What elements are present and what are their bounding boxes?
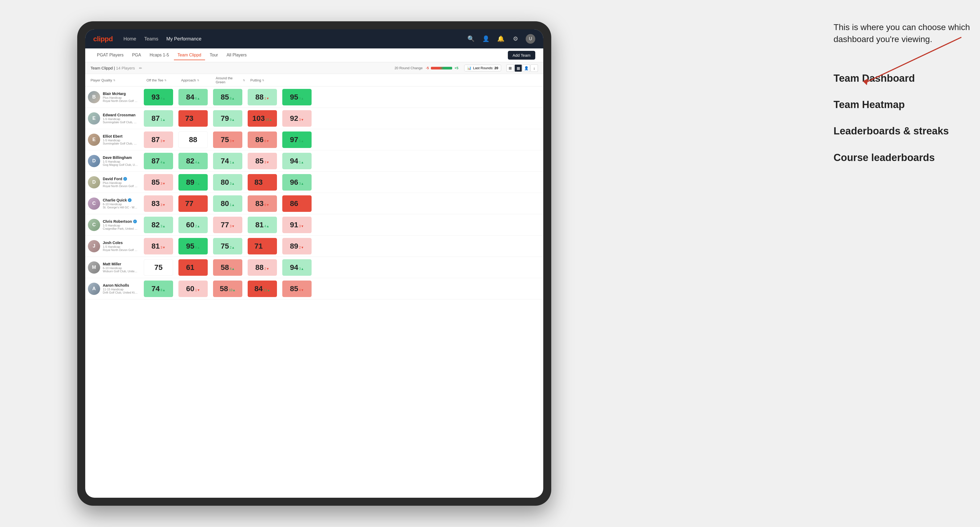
col-around-green[interactable]: Around the Green ⇅ (213, 74, 248, 86)
edit-icon[interactable]: ✏ (139, 66, 142, 70)
score-cell-4-3: 8310▼ (245, 171, 280, 193)
table-row[interactable]: AAaron Nicholls11-15 HandicapDrift Golf … (85, 278, 543, 300)
view-download-btn[interactable]: ↓ (530, 64, 538, 72)
player-handicap: 1-5 Handicap (103, 224, 138, 227)
score-change: 11▼ (194, 118, 201, 122)
score-change: 1▲ (230, 203, 235, 207)
last-rounds-icon: 📊 (467, 66, 471, 70)
avatar: J (88, 240, 100, 252)
subnav-hcaps[interactable]: Hcaps 1-5 (146, 51, 173, 60)
search-icon[interactable]: 🔍 (466, 34, 476, 44)
subnav-all-players[interactable]: All Players (223, 51, 251, 60)
score-cell-1-1: 7311▼ (176, 108, 210, 129)
player-details: Josh Coles1-5 HandicapRoyal North Devon … (103, 241, 138, 252)
score-change: 9▲ (230, 118, 235, 122)
score-cell-7-1: 958▲ (176, 236, 210, 257)
score-cell-1-2: 799▲ (210, 108, 245, 129)
score-box: 814▲ (248, 217, 277, 233)
person-icon[interactable]: 👤 (481, 34, 490, 44)
subnav-pga[interactable]: PGA (128, 51, 145, 60)
player-details: Dave Billingham1-5 HandicapGog Magog Gol… (103, 156, 138, 167)
score-change: 3▼ (161, 139, 165, 143)
view-table-btn[interactable]: ▦ (514, 64, 522, 72)
table-row[interactable]: DDavid Ford✓Plus HandicapRoyal North Dev… (85, 171, 543, 193)
score-content: 868▼ (290, 199, 304, 208)
view-grid-btn[interactable]: ⊞ (506, 64, 514, 72)
score-box: 958▲ (178, 238, 208, 254)
score-content: 882▼ (255, 263, 269, 272)
score-cell-6-0: 823▲ (141, 214, 176, 235)
score-content: 773▼ (221, 221, 235, 229)
score-cell-7-0: 813▼ (141, 236, 176, 257)
score-main-value: 82 (151, 221, 160, 229)
score-content: 584▲ (221, 263, 235, 272)
nav-icons: 🔍 👤 🔔 ⚙ U (466, 34, 535, 44)
last-rounds-selector[interactable]: 📊 Last Rounds: 20 (464, 65, 501, 71)
table-row[interactable]: CChris Robertson✓1-5 HandicapCraigmillar… (85, 214, 543, 236)
score-main-value: 93 (151, 93, 160, 102)
col-off-tee[interactable]: Off the Tee ⇅ (144, 74, 178, 86)
score-box: 874▲ (144, 153, 173, 169)
col-player-quality[interactable]: Player Quality ⇅ (88, 74, 144, 86)
score-change: 9▲ (299, 97, 304, 100)
settings-icon[interactable]: ⚙ (511, 34, 520, 44)
score-box: 975▲ (282, 132, 312, 148)
subnav-pgat[interactable]: PGAT Players (93, 51, 127, 60)
table-row[interactable]: EElliot Ebert1-5 HandicapSunningdale Gol… (85, 129, 543, 151)
annotation-arrow-svg (818, 32, 977, 90)
score-content: 814▲ (255, 221, 269, 229)
score-main-value: 91 (290, 221, 298, 229)
score-cell-9-1: 601▼ (176, 278, 210, 299)
score-main-value: 88 (255, 93, 264, 102)
score-content: 923▼ (290, 114, 304, 123)
view-toggle: ⊞ ▦ 👤 ↓ (506, 64, 538, 72)
score-box: 892▼ (282, 238, 312, 254)
player-details: Edward Crossman1-5 HandicapSunningdale G… (103, 113, 138, 124)
score-main-value: 85 (151, 178, 160, 187)
score-main-value: 61 (186, 263, 194, 272)
table-row[interactable]: MMatt Miller6-10 HandicapWoburn Golf Clu… (85, 257, 543, 278)
bell-icon[interactable]: 🔔 (496, 34, 506, 44)
table-row[interactable]: JJosh Coles1-5 HandicapRoyal North Devon… (85, 236, 543, 257)
score-main-value: 92 (290, 114, 298, 123)
subnav-tour[interactable]: Tour (206, 51, 222, 60)
page-wrapper: clippd Home Teams My Performance 🔍 👤 🔔 ⚙… (0, 0, 980, 527)
sort-icon-approach: ⇅ (197, 79, 199, 82)
view-person-btn[interactable]: 👤 (522, 64, 530, 72)
score-content: 975▲ (290, 135, 304, 144)
table-row[interactable]: CCharlie Quick✓6-10 HandicapSt. George's… (85, 193, 543, 214)
player-name: Blair McHarg (103, 92, 126, 96)
score-box: 602▲ (178, 217, 208, 233)
option-leaderboards: Leaderboards & streaks (834, 125, 972, 138)
score-change: 15▲ (266, 118, 272, 122)
score-box: 923▼ (282, 110, 312, 127)
col-putting[interactable]: Putting ⇅ (248, 74, 282, 86)
add-team-button[interactable]: Add Team (508, 51, 535, 60)
nav-link-teams[interactable]: Teams (144, 35, 158, 43)
col-approach[interactable]: Approach ⇅ (178, 74, 213, 86)
player-info-5: CCharlie Quick✓6-10 HandicapSt. George's… (85, 195, 141, 213)
score-main-value: 79 (221, 114, 229, 123)
score-box: 824▲ (178, 153, 208, 169)
nav-link-home[interactable]: Home (124, 35, 136, 43)
score-box: 854▼ (282, 281, 312, 297)
score-content: 963▲ (290, 178, 304, 187)
score-change: 8▲ (161, 288, 165, 292)
score-box: 803▲ (213, 174, 242, 190)
col-label-putting: Putting (250, 78, 261, 82)
score-content: 853▼ (255, 157, 269, 165)
score-cell-6-1: 602▲ (176, 214, 210, 235)
score-box: 752▲ (213, 238, 242, 254)
subnav-team-clippd[interactable]: Team Clippd (174, 51, 205, 60)
table-row[interactable]: DDave Billingham1-5 HandicapGog Magog Go… (85, 151, 543, 171)
avatar[interactable]: U (526, 34, 535, 44)
player-handicap: 1-5 Handicap (103, 139, 138, 142)
player-name: Charlie Quick (103, 198, 127, 202)
nav-link-my-performance[interactable]: My Performance (167, 35, 202, 43)
table-row[interactable]: EEdward Crossman1-5 HandicapSunningdale … (85, 108, 543, 129)
score-main-value: 96 (290, 178, 298, 187)
score-change: 4▼ (299, 288, 304, 292)
score-box: 813▼ (144, 238, 173, 254)
player-club: Sunningdale Golf Club, United Kingdom (103, 142, 138, 145)
table-row[interactable]: BBlair McHargPlus HandicapRoyal North De… (85, 86, 543, 108)
